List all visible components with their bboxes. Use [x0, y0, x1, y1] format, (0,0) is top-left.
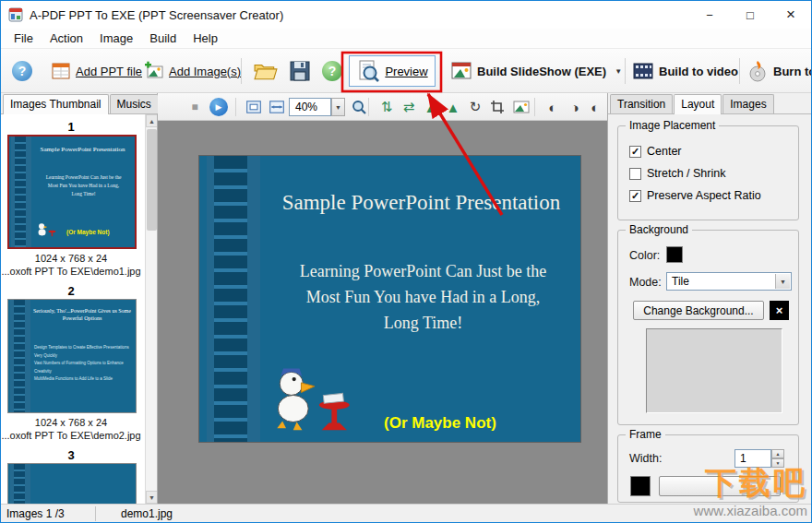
fit-window-icon[interactable]: [243, 96, 265, 118]
question-icon: ?: [12, 61, 32, 81]
window-controls: − □ ×: [689, 1, 811, 29]
group-title: Frame: [626, 428, 665, 441]
scrollbar-thumb[interactable]: [147, 129, 157, 231]
rotate-right-icon[interactable]: ▲: [442, 96, 464, 118]
add-images-icon: [144, 61, 164, 81]
slide-decoration: [14, 464, 25, 504]
frame-change-button[interactable]: [659, 476, 781, 496]
mini-slide-bullets: Design Templates to Create Effective Pre…: [34, 344, 132, 384]
add-images-label: Add Image(s): [169, 65, 241, 78]
thumbnail-1-path: ...oxoft PPT To EXE\demo1.jpg: [1, 266, 141, 277]
maximize-button[interactable]: □: [730, 1, 770, 29]
preview-button[interactable]: Preview: [349, 55, 436, 87]
window-title: A-PDF PPT To EXE (PPT Screensaver Creato…: [30, 8, 283, 22]
stepper-up-icon[interactable]: ▲: [771, 449, 784, 458]
color-adjust-icon[interactable]: ◐: [584, 96, 606, 118]
scroll-down-icon[interactable]: ▼: [146, 491, 157, 504]
color-label: Color:: [629, 249, 660, 262]
add-images-button[interactable]: Add Image(s): [144, 49, 241, 93]
minimize-button[interactable]: −: [689, 1, 730, 29]
help-button-2[interactable]: ?: [322, 49, 342, 93]
flip-horizontal-icon[interactable]: ⇄: [398, 96, 420, 118]
rotate-left-icon[interactable]: ▲: [420, 96, 442, 118]
left-tabbar: Images Thumbnail Musics: [1, 93, 157, 114]
thumbnail-2[interactable]: Seriously, Tho'...PowerPoint Gives us So…: [7, 299, 137, 413]
thumbnail-1-number: 1: [1, 120, 141, 134]
save-button[interactable]: [289, 49, 311, 93]
slide-decoration: [14, 300, 25, 412]
flip-vertical-icon[interactable]: ⇅: [376, 96, 398, 118]
right-tabbar: Transition Layout Images: [608, 93, 811, 114]
stop-icon[interactable]: ■: [184, 96, 206, 118]
stepper-down-icon[interactable]: ▼: [771, 458, 784, 468]
add-ppt-button[interactable]: Add PPT file: [51, 49, 142, 93]
menu-file[interactable]: File: [6, 29, 42, 48]
toolbar-separator: [235, 98, 236, 116]
toolbar-separator: [368, 98, 369, 116]
mini-slide-note: (Or Maybe Not): [66, 229, 110, 235]
open-button[interactable]: [254, 49, 278, 93]
chevron-down-icon[interactable]: ▼: [615, 67, 622, 76]
tab-images-thumbnail[interactable]: Images Thumbnail: [3, 94, 109, 114]
menu-action[interactable]: Action: [42, 29, 91, 48]
preserve-aspect-checkbox-row[interactable]: ✓ Preserve Aspect Ratio: [629, 189, 761, 202]
thumbnail-3[interactable]: [7, 463, 137, 504]
build-slideshow-button[interactable]: Build SlideShow (EXE) ▼: [450, 49, 622, 93]
tab-transition[interactable]: Transition: [610, 94, 673, 113]
burn-label: Burn to: [773, 65, 812, 78]
menu-build[interactable]: Build: [141, 29, 185, 48]
checkbox-checked-icon[interactable]: ✓: [629, 146, 641, 158]
checkbox-unchecked-icon[interactable]: [629, 168, 641, 180]
tab-musics[interactable]: Musics: [110, 94, 159, 113]
toolbar-separator: [534, 98, 535, 116]
thumbnail-2-path: ...oxoft PPT To EXE\demo2.jpg: [1, 430, 141, 441]
mode-select[interactable]: Tile ▼: [666, 272, 792, 291]
menu-image[interactable]: Image: [91, 29, 141, 48]
center-checkbox-row[interactable]: ✓ Center: [629, 145, 682, 158]
menu-bar: File Action Image Build Help: [1, 29, 811, 49]
frame-width-input[interactable]: 1: [734, 449, 771, 468]
thumbnail-3-number: 3: [1, 448, 141, 462]
stretch-shrink-checkbox-row[interactable]: Stretch / Shrink: [629, 167, 725, 180]
status-bar: Images 1 /3 demo1.jpg: [1, 504, 811, 522]
build-slideshow-icon: [450, 60, 472, 82]
open-folder-icon: [254, 61, 278, 81]
clear-background-button[interactable]: ×: [770, 301, 789, 320]
frame-color-swatch[interactable]: [630, 476, 651, 496]
thumbnail-scrollbar[interactable]: ▲ ▼: [145, 114, 157, 504]
tab-images[interactable]: Images: [722, 94, 773, 113]
play-icon[interactable]: ▶: [209, 98, 228, 116]
checkbox-checked-icon[interactable]: ✓: [629, 190, 641, 202]
chevron-down-icon[interactable]: ▼: [775, 274, 790, 289]
menu-help[interactable]: Help: [185, 29, 226, 48]
slide-title: Sample PowerPoint Presentation: [269, 191, 573, 215]
change-background-button[interactable]: Change Background...: [633, 301, 764, 320]
crop-icon[interactable]: [486, 96, 508, 118]
help-button-1[interactable]: ?: [12, 49, 32, 93]
fit-width-icon[interactable]: [266, 96, 288, 118]
mini-slide-body: Learning PowerPoint Can Just be the Most…: [37, 173, 130, 197]
rotate-icon[interactable]: ↻: [464, 96, 486, 118]
mode-label: Mode:: [629, 276, 662, 289]
scroll-up-icon[interactable]: ▲: [146, 114, 157, 127]
build-video-button[interactable]: Build to video: [632, 49, 738, 93]
background-color-swatch[interactable]: [666, 246, 683, 263]
tab-layout[interactable]: Layout: [674, 94, 722, 114]
thumbnail-1[interactable]: Sample PowerPoint Presentation Learning …: [7, 135, 137, 249]
magnifier-icon[interactable]: [348, 96, 370, 118]
background-preview-box: [646, 328, 782, 413]
zoom-dropdown-icon[interactable]: ▼: [331, 98, 345, 116]
add-ppt-icon: [51, 61, 71, 81]
preview-icon: [356, 59, 380, 83]
brightness-icon[interactable]: ◑: [564, 96, 586, 118]
thumbnail-1-size: 1024 x 768 x 24: [1, 253, 141, 264]
zoom-input[interactable]: 40%: [289, 98, 331, 116]
group-title: Background: [626, 223, 692, 236]
film-icon: [632, 61, 654, 81]
close-button[interactable]: ×: [770, 1, 811, 29]
burn-button[interactable]: Burn to: [746, 49, 812, 93]
contrast-icon[interactable]: ◐: [542, 96, 564, 118]
frame-width-stepper[interactable]: ▲ ▼: [771, 449, 784, 468]
thumbnails-panel: Images Thumbnail Musics 1 Sample PowerPo…: [1, 93, 158, 504]
image-effects-icon[interactable]: [510, 96, 532, 118]
